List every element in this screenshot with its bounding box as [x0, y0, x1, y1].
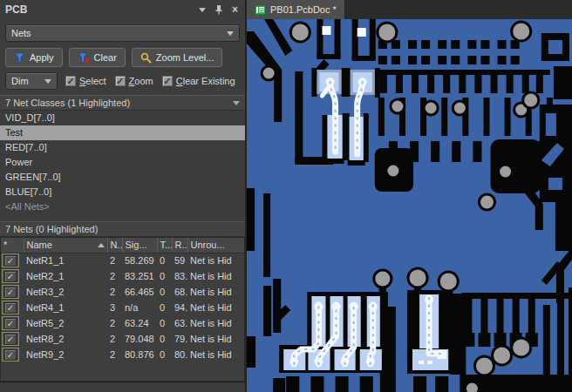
panel-mode-value: Nets: [11, 28, 227, 38]
net-row[interactable]: ✓NetR4_13n/a094.Net is Hid: [1, 300, 245, 315]
signal-length: 66.465: [122, 284, 157, 300]
net-visibility-checkbox[interactable]: ✓: [2, 269, 19, 283]
checkbox-zoom[interactable]: ✓Zoom: [115, 76, 153, 86]
app-window: PCB × Nets Apply: [0, 0, 572, 392]
net-class-item[interactable]: VID_D[7..0]: [0, 111, 245, 125]
pcb-panel: PCB × Nets Apply: [0, 0, 247, 392]
zoom-level-label: Zoom Level...: [156, 52, 214, 63]
net-name: NetR8_2: [24, 331, 107, 347]
routed-length: 59: [172, 253, 187, 268]
net-class-item[interactable]: BLUE[7..0]: [0, 185, 245, 199]
nets-table: *NameN..Sig...T...R...Unrou... ✓NetR1_12…: [0, 237, 245, 382]
routed-length: 63.: [172, 315, 187, 331]
net-name: NetR5_2: [24, 315, 107, 331]
net-class-item[interactable]: GREEN[7..0]: [0, 170, 245, 185]
column-header[interactable]: R...: [172, 238, 187, 253]
net-row[interactable]: ✓NetR2_1283.251083.Net is Hid: [1, 268, 245, 284]
routed-length: 68.: [172, 284, 187, 300]
sort-ascending-icon: [98, 243, 105, 247]
pcb-canvas[interactable]: [247, 19, 572, 392]
panel-header: PCB ×: [0, 0, 245, 19]
net-class-item[interactable]: <All Nets>: [0, 199, 245, 214]
column-header[interactable]: Unrou...: [187, 238, 245, 253]
panel-mode-select[interactable]: Nets: [5, 24, 240, 42]
checkbox-icon[interactable]: ✓: [65, 76, 76, 86]
signal-length: 80.876: [122, 347, 157, 362]
unrouted-status: Net is Hid: [187, 253, 245, 268]
net-visibility-checkbox[interactable]: ✓: [2, 332, 19, 346]
checkbox-check-icon: ✓: [4, 302, 17, 314]
net-visibility-checkbox[interactable]: ✓: [2, 253, 19, 267]
net-class-item[interactable]: Test: [0, 125, 245, 140]
node-count: 2: [107, 315, 122, 331]
t-value: 0: [157, 315, 172, 331]
net-visibility-checkbox[interactable]: ✓: [2, 316, 19, 330]
net-class-item[interactable]: RED[7..0]: [0, 140, 245, 155]
column-header[interactable]: Sig...: [122, 238, 157, 253]
routed-length: 79.: [172, 331, 187, 347]
net-row[interactable]: ✓NetR3_2266.465068.Net is Hid: [1, 284, 245, 300]
nets-header-label: 7 Nets (0 Highlighted): [5, 224, 240, 234]
net-visibility-checkbox[interactable]: ✓: [2, 348, 19, 362]
checkbox-label: Select: [79, 76, 106, 86]
unrouted-status: Net is Hid: [187, 268, 245, 284]
tab-pb01-pcbdoc[interactable]: PB01.PcbDoc *: [247, 0, 345, 19]
funnel-icon: [14, 52, 25, 64]
net-classes-header-label: 7 Net Classes (1 Highlighted): [5, 98, 233, 108]
unrouted-status: Net is Hid: [187, 315, 245, 331]
pcb-editor: PB01.PcbDoc *: [247, 0, 572, 392]
checkbox-icon[interactable]: ✓: [115, 76, 126, 86]
net-row[interactable]: ✓NetR9_2280.876080.Net is Hid: [1, 347, 245, 362]
node-count: 2: [107, 253, 122, 268]
checkbox-check-icon: ✓: [4, 271, 17, 282]
dim-select[interactable]: Dim: [5, 72, 58, 90]
zoom-level-button[interactable]: Zoom Level...: [132, 48, 223, 67]
checkbox-label: Clear Existing: [176, 76, 235, 86]
chevron-down-icon: [44, 79, 51, 84]
unrouted-status: Net is Hid: [187, 331, 245, 347]
t-value: 0: [157, 284, 172, 300]
document-tab-bar: PB01.PcbDoc *: [247, 0, 572, 19]
checkbox-check-icon: ✓: [4, 287, 17, 298]
column-header[interactable]: Name: [24, 238, 107, 253]
t-value: 0: [157, 300, 172, 315]
t-value: 0: [157, 268, 172, 284]
nets-header[interactable]: 7 Nets (0 Highlighted): [0, 221, 245, 237]
panel-footer: [0, 382, 245, 392]
close-icon[interactable]: ×: [232, 5, 238, 14]
net-name: NetR4_1: [24, 300, 107, 315]
net-row[interactable]: ✓NetR5_2263.24063.Net is Hid: [1, 315, 245, 331]
net-visibility-checkbox[interactable]: ✓: [2, 301, 19, 314]
unrouted-status: Net is Hid: [187, 300, 245, 315]
checkbox-clear-existing[interactable]: ✓Clear Existing: [162, 76, 235, 86]
chevron-down-icon: [233, 101, 240, 105]
pin-icon[interactable]: [214, 4, 223, 15]
net-row[interactable]: ✓NetR8_2279.048079.Net is Hid: [1, 331, 245, 347]
node-count: 3: [107, 300, 122, 315]
node-count: 2: [107, 331, 122, 347]
net-visibility-checkbox[interactable]: ✓: [2, 285, 19, 299]
net-classes-header[interactable]: 7 Net Classes (1 Highlighted): [0, 95, 245, 111]
net-name: NetR9_2: [24, 347, 107, 362]
signal-length: 83.251: [122, 268, 157, 284]
chevron-down-icon: [227, 31, 234, 36]
node-count: 2: [107, 284, 122, 300]
column-header[interactable]: T...: [157, 238, 172, 253]
apply-button[interactable]: Apply: [5, 48, 63, 67]
unrouted-status: Net is Hid: [187, 347, 245, 362]
column-header[interactable]: N..: [107, 238, 122, 253]
clear-button[interactable]: Clear: [69, 48, 126, 67]
signal-length: 79.048: [122, 331, 157, 347]
column-header[interactable]: *: [1, 238, 24, 253]
net-class-item[interactable]: Power: [0, 155, 245, 170]
routed-length: 94.: [172, 300, 187, 315]
panel-menu-chevron-down-icon[interactable]: [199, 8, 206, 12]
net-name: NetR2_1: [24, 268, 107, 284]
node-count: 2: [107, 268, 122, 284]
routed-length: 83.: [172, 268, 187, 284]
net-row[interactable]: ✓NetR1_1258.269059Net is Hid: [1, 253, 245, 268]
checkbox-icon[interactable]: ✓: [162, 76, 173, 86]
nets-table-header-row[interactable]: *NameN..Sig...T...R...Unrou...: [1, 238, 245, 253]
checkbox-select[interactable]: ✓Select: [65, 76, 106, 86]
checkbox-label: Zoom: [129, 76, 153, 86]
